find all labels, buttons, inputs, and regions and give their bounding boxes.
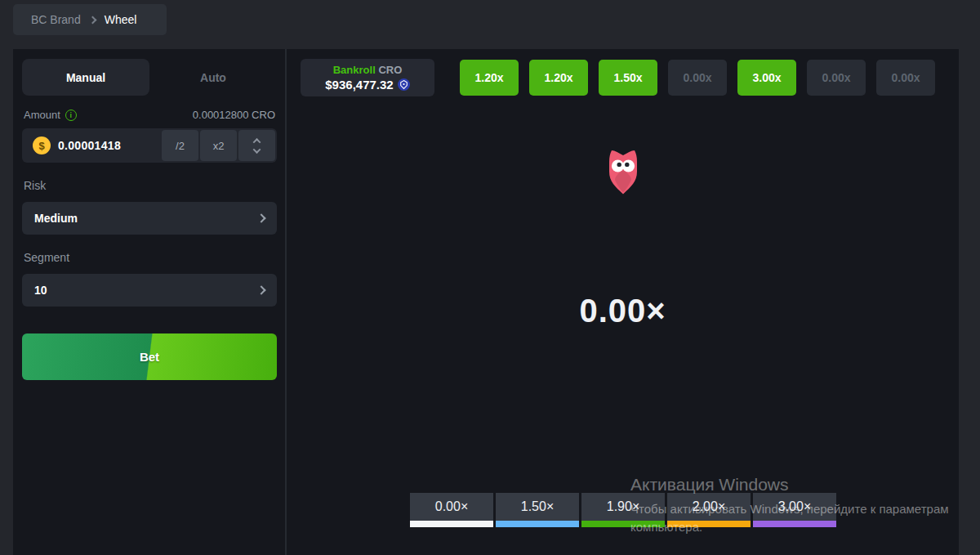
- legend-color-bar: [667, 521, 751, 527]
- chevron-right-icon: [256, 213, 265, 222]
- info-icon[interactable]: i: [65, 110, 77, 121]
- tab-auto[interactable]: Auto: [149, 59, 277, 96]
- cro-coin-icon: [398, 78, 410, 91]
- top-bar: BC Brand Wheel: [0, 0, 980, 47]
- amount-header: Amount i 0.00012800 CRO: [24, 109, 275, 121]
- double-bet-button[interactable]: x2: [200, 130, 237, 161]
- bankroll-box: Bankroll CRO $936,477.32: [301, 59, 434, 96]
- bankroll-value: $936,477.32: [325, 78, 393, 92]
- game-area: Bankroll CRO $936,477.32 1.20x 1.20x 1.5…: [287, 49, 959, 555]
- result-multiplier: 0.00×: [287, 293, 959, 329]
- chevron-right-icon: [256, 285, 265, 294]
- legend-cell[interactable]: 2.00×: [667, 493, 751, 527]
- amount-balance: 0.00012800 CRO: [193, 109, 275, 121]
- tab-manual[interactable]: Manual: [22, 59, 149, 96]
- bet-mode-tabs: Manual Auto: [22, 59, 277, 96]
- risk-label: Risk: [24, 179, 275, 192]
- segment-select[interactable]: 10: [22, 274, 277, 307]
- legend-color-bar: [496, 521, 579, 527]
- amount-input-row: $ 0.00001418 /2 x2: [22, 128, 277, 163]
- watermark-title: Активация Windows: [630, 475, 949, 495]
- history-multiplier[interactable]: 1.20x: [460, 60, 519, 96]
- legend-value: 0.00×: [410, 493, 493, 521]
- amount-input[interactable]: $ 0.00001418: [24, 130, 160, 161]
- breadcrumb-brand[interactable]: BC Brand: [31, 13, 81, 26]
- bankroll-label: Bankroll: [333, 64, 376, 76]
- amount-label-text: Amount: [24, 109, 60, 121]
- owl-mascot-icon: [605, 149, 641, 199]
- chevron-right-icon: [88, 16, 96, 25]
- legend-value: 1.90×: [581, 493, 665, 521]
- legend-cell[interactable]: 1.90×: [581, 493, 665, 527]
- legend-color-bar: [753, 521, 836, 527]
- amount-value[interactable]: 0.00001418: [58, 139, 121, 152]
- amount-label: Amount i: [24, 109, 77, 121]
- content-wrapper: Manual Auto Amount i 0.00012800 CRO $ 0.…: [13, 49, 959, 555]
- history-multiplier[interactable]: 1.50x: [599, 60, 657, 96]
- multiplier-history: 1.20x 1.20x 1.50x 0.00x 3.00x 0.00x 0.00…: [460, 60, 935, 96]
- legend-color-bar: [410, 521, 493, 527]
- multiplier-legend: 0.00× 1.50× 1.90× 2.00× 3.00×: [410, 493, 836, 527]
- half-bet-button[interactable]: /2: [162, 130, 198, 161]
- segment-value: 10: [34, 284, 47, 297]
- history-multiplier[interactable]: 0.00x: [807, 60, 866, 96]
- amount-stepper[interactable]: [238, 130, 275, 161]
- breadcrumb[interactable]: BC Brand Wheel: [13, 4, 167, 35]
- bankroll-currency: CRO: [378, 64, 402, 76]
- history-multiplier[interactable]: 0.00x: [876, 60, 935, 96]
- risk-select[interactable]: Medium: [22, 202, 277, 235]
- history-multiplier[interactable]: 0.00x: [668, 60, 727, 96]
- legend-value: 3.00×: [753, 493, 836, 521]
- legend-color-bar: [581, 521, 665, 527]
- risk-value: Medium: [34, 212, 78, 225]
- bet-panel: Manual Auto Amount i 0.00012800 CRO $ 0.…: [13, 49, 287, 555]
- chevron-up-icon[interactable]: [253, 137, 261, 145]
- legend-cell[interactable]: 1.50×: [496, 493, 579, 527]
- legend-value: 2.00×: [667, 493, 751, 521]
- history-multiplier[interactable]: 1.20x: [529, 60, 588, 96]
- legend-value: 1.50×: [496, 493, 579, 521]
- history-multiplier[interactable]: 3.00x: [737, 60, 796, 96]
- bet-button[interactable]: Bet: [22, 333, 277, 380]
- legend-cell[interactable]: 3.00×: [753, 493, 836, 527]
- legend-cell[interactable]: 0.00×: [410, 493, 493, 527]
- chevron-down-icon[interactable]: [253, 145, 261, 154]
- bankroll-header: Bankroll CRO: [333, 64, 403, 76]
- segment-label: Segment: [24, 251, 275, 264]
- bankroll-amount: $936,477.32: [325, 78, 409, 92]
- breadcrumb-page: Wheel: [105, 13, 137, 26]
- coin-icon: $: [33, 137, 51, 154]
